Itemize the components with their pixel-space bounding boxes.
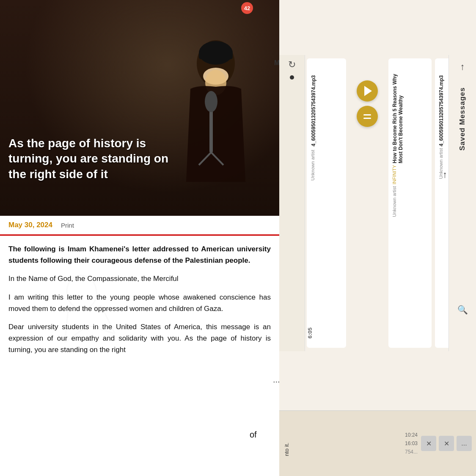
audio-item-1[interactable]: 4_600595013205754397​4.mp3 Unknown artis… [307,58,346,348]
saved-messages-label: Saved Messages [458,87,467,151]
play-triangle-icon [364,86,372,96]
article-overlay: As the page of history is turning, you a… [8,136,173,182]
article-headline: As the page of history is turning, you a… [8,136,173,182]
audio-area: ↻ 4_600595013205754397​4.mp3 Unknown art… [279,55,476,351]
saved-up-arrow-icon: ↑ [460,61,465,72]
article-print-button[interactable]: Print [61,222,74,229]
article-header-image: As the page of history is turning, you a… [0,0,279,216]
bottom-number: 754... [405,449,418,455]
progress-dot [290,75,294,80]
saved-messages-column: ↑ Saved Messages 🔍 [448,55,476,351]
bottom-x-button-2[interactable]: ✕ [439,436,454,451]
pagination-of-text: of [250,430,257,440]
article-para1: In the Name of God, the Compassionate, t… [8,273,271,284]
audio-item-2[interactable]: How to Become Rich 5 Reasons Why Most Do… [388,58,432,348]
audio-controls-column [348,55,387,351]
notification-badge[interactable]: 42 [241,2,253,14]
bottom-notification-strip: nto it. 10:24 16:03 754... ✕ ✕ ... [279,410,476,476]
bottom-dots-button[interactable]: ... [457,436,472,451]
bottom-time-1: 10:24 [405,432,418,438]
bottom-strip-times: 10:24 16:03 754... [405,432,418,455]
audio-title-2: How to Become Rich 5 Reasons Why Most Do… [392,62,428,163]
search-button[interactable]: 🔍 [455,302,470,317]
search-icon: 🔍 [457,305,468,315]
audio-artist-2: Unknown artist [392,186,428,217]
article-para3: Dear university students in the United S… [8,321,271,356]
progress-indicator [290,75,294,80]
equalizer-icon [363,114,371,119]
bottom-time-2: 16:03 [405,440,418,446]
right-scroll-arrow[interactable]: ↑ [443,169,447,180]
equalizer-button[interactable] [357,106,378,127]
bottom-text-1: nto it. [283,431,402,456]
article-figure-svg [161,38,254,182]
bottom-strip-content: nto it. [283,431,402,456]
article-intro: The following is Imam Khamenei's letter … [8,243,271,266]
svg-point-6 [205,91,217,112]
article-date: May 30, 2024 [8,221,52,229]
audio-title-1: 4_600595013205754397​4.mp3 [310,62,343,146]
article-para2: I am writing this letter to the young pe… [8,292,271,314]
article-body: The following is Imam Khamenei's letter … [0,236,279,370]
right-panel: Lo: https Pinned M... Unkno... ↑ ↻ 4_600… [279,0,476,476]
audio-subtitle-2: INFINITY [392,165,428,184]
progress-column: ↻ [279,55,305,351]
article-meta-bar: May 30, 2024 Print [0,216,279,236]
saved-messages-up-button[interactable]: ↑ [455,59,470,74]
audio-artist-1: Unknown artist [310,150,343,181]
svg-rect-2 [199,51,233,59]
play-button[interactable] [357,80,378,102]
audio-time-display: 6:05 [307,327,313,338]
refresh-icon[interactable]: ↻ [288,59,296,70]
bottom-x-button-1[interactable]: ✕ [421,436,436,451]
bottom-strip-buttons: ✕ ✕ ... [421,436,472,451]
article-panel: As the page of history is turning, you a… [0,0,279,476]
